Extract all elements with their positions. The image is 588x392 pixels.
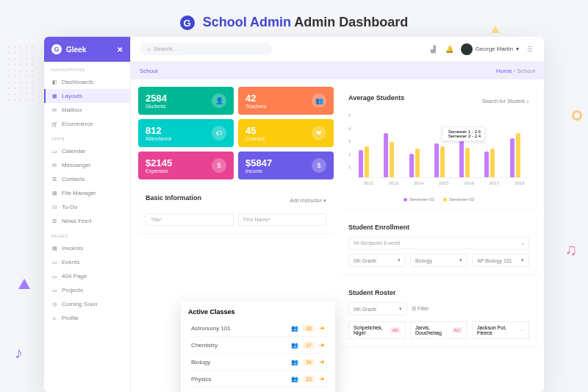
bar xyxy=(465,148,470,177)
menu-icon[interactable]: ☰ xyxy=(525,44,535,54)
sidebar: G Gleek ✕ NAVIGATIONS◧Dashboards▦Layouts… xyxy=(44,37,131,392)
sidebar-item-profile[interactable]: ☺Profile xyxy=(44,311,130,325)
chevron-down-icon: ▾ xyxy=(521,257,524,263)
sidebar-item-calendar[interactable]: ▭Calendar xyxy=(44,144,130,158)
bar xyxy=(365,146,369,177)
class-row[interactable]: Astronomy 101👥28➜ xyxy=(188,320,328,337)
bar-group xyxy=(434,143,453,177)
roster-item[interactable]: Schpellchek, NigelAD xyxy=(348,321,406,339)
sidebar-item-404-page[interactable]: ▭404 Page xyxy=(44,269,130,283)
page-heading: G School Admin Admin Dashboard xyxy=(0,15,588,30)
users-icon: 👥 xyxy=(291,342,298,349)
roster-card: Student Roster 6th Grade▾ ☰ Filter Schpe… xyxy=(341,282,537,346)
bar xyxy=(390,142,394,177)
collapse-icon[interactable]: ✕ xyxy=(117,46,123,54)
users-icon: 👥 xyxy=(291,325,298,332)
stat-icon: 🏷 xyxy=(212,126,226,140)
chart-tooltip: Semester 1 - 2.6 Semester 2 - 2.4 xyxy=(442,126,485,141)
nav-icon: ☺ xyxy=(51,316,57,321)
stat-attendance[interactable]: 812Attendance🏷 xyxy=(138,119,234,147)
sidebar-item-coming-soon[interactable]: ◷Coming Soon xyxy=(44,297,130,311)
deco-triangle xyxy=(18,279,30,289)
chevron-down-icon: ▾ xyxy=(459,257,462,263)
sidebar-item-messanger[interactable]: ✉Messanger xyxy=(44,158,130,172)
search-input[interactable]: ⌕ Search... xyxy=(140,43,272,55)
card-title: Basic Information xyxy=(146,194,201,202)
enrollment-select[interactable]: AP Biology 101▾ xyxy=(472,254,529,267)
page-title: School xyxy=(140,68,157,74)
bar xyxy=(484,152,489,177)
deco-dots xyxy=(6,44,35,103)
bar xyxy=(415,149,420,177)
notification-icon[interactable]: 🔔 xyxy=(445,44,455,54)
bar xyxy=(440,146,445,177)
card-title: Student Enrollment xyxy=(348,224,529,231)
section-label: PAGES xyxy=(44,228,130,241)
sidebar-item-events[interactable]: ▭Events xyxy=(44,255,130,269)
music-note-icon: ♫ xyxy=(565,240,578,260)
card-title: Average Students xyxy=(348,94,404,101)
class-row[interactable]: Physics👥23➜ xyxy=(188,371,328,388)
bar xyxy=(409,154,414,177)
search-icon: ⌕ xyxy=(521,240,524,246)
bar xyxy=(516,133,520,177)
chevron-down-icon: ▾ xyxy=(516,46,519,52)
app-frame: G Gleek ✕ NAVIGATIONS◧Dashboards▦Layouts… xyxy=(44,37,544,392)
stat-icon: 👤 xyxy=(212,93,226,108)
basic-info-card: Basic Information Add Instructor ▾ Title… xyxy=(138,187,334,233)
nav-icon: ▤ xyxy=(51,246,57,252)
section-label: APPS xyxy=(44,131,130,144)
sidebar-item-mailbox[interactable]: ✉Mailbox xyxy=(44,103,130,117)
nav-icon: ▭ xyxy=(51,260,57,266)
chart-card: Average Students Search for Student ⌕ Se… xyxy=(341,87,537,209)
sidebar-item-ecommerce[interactable]: 🛒Ecommerce xyxy=(44,117,130,131)
sidebar-item-projects[interactable]: ▭Projects xyxy=(44,283,130,297)
enrollment-search[interactable]: Mr Benjamin Everett⌕ xyxy=(348,237,529,249)
stat-students[interactable]: 2584Students👤 xyxy=(138,87,234,115)
nav-icon: ◧ xyxy=(51,79,57,85)
title-field[interactable]: Title* xyxy=(146,213,234,226)
card-title: Student Roster xyxy=(348,289,529,296)
nav-icon: ▤ xyxy=(51,190,57,196)
chart-icon[interactable]: ▟ xyxy=(429,44,439,54)
stat-courses[interactable]: 45Courses❤ xyxy=(238,119,334,147)
sidebar-item-layouts[interactable]: ▦Layouts xyxy=(44,89,130,103)
sidebar-item-file-manager[interactable]: ▤File Manager xyxy=(44,186,130,200)
nav-icon: ▦ xyxy=(51,93,57,99)
bar xyxy=(359,150,363,177)
breadcrumb-home[interactable]: Home xyxy=(496,68,512,74)
stat-teachers[interactable]: 42Teachers👥 xyxy=(238,87,334,115)
nav-icon: ✉ xyxy=(51,107,57,113)
bar-group xyxy=(510,133,529,177)
class-row[interactable]: Biology👥34➜ xyxy=(188,354,328,371)
stat-icon: 👥 xyxy=(312,93,326,108)
enrollment-select[interactable]: 6th Grade▾ xyxy=(348,254,406,267)
logo-icon: G xyxy=(180,15,195,30)
sidebar-item-contacts[interactable]: ☰Contacts xyxy=(44,172,130,186)
stat-icon: $ xyxy=(212,158,226,173)
stat-icon: $ xyxy=(312,158,326,173)
section-label: NAVIGATIONS xyxy=(44,62,130,75)
roster-item[interactable]: Jackson Pot, Fleece xyxy=(472,321,529,339)
brand-bar: G Gleek ✕ xyxy=(44,37,130,62)
add-instructor-button[interactable]: Add Instructor ▾ xyxy=(290,198,326,204)
sidebar-item-to-do[interactable]: ☑To-Do xyxy=(44,200,130,214)
roster-item[interactable]: Jarvis, DouchebagAC xyxy=(410,321,467,339)
stat-income[interactable]: $5847Income$ xyxy=(238,152,334,179)
enrollment-select[interactable]: Biology▾ xyxy=(410,254,467,267)
brand-logo-icon: G xyxy=(51,44,62,54)
sidebar-item-dashboards[interactable]: ◧Dashboards xyxy=(44,75,130,89)
first-name-field[interactable]: First Name* xyxy=(238,213,326,226)
stat-expenses[interactable]: $2145Expenses$ xyxy=(138,152,234,179)
filter-button[interactable]: ☰ Filter xyxy=(412,306,429,312)
chart-legend: Semester 01 Semester 02 xyxy=(348,197,529,202)
chevron-down-icon: ▾ xyxy=(398,257,401,263)
search-student-link[interactable]: Search for Student ⌕ xyxy=(482,99,529,104)
class-row[interactable]: Chemistry👥27➜ xyxy=(188,337,328,354)
user-menu[interactable]: George Martin ▾ xyxy=(461,43,519,55)
grade-select[interactable]: 6th Grade▾ xyxy=(348,302,407,316)
music-note-icon: ♪ xyxy=(15,343,23,363)
sidebar-item-invoices[interactable]: ▤Invoices xyxy=(44,241,130,255)
sidebar-item-news-feed[interactable]: ☰News Feed xyxy=(44,214,130,228)
chevron-down-icon: ▾ xyxy=(399,306,402,312)
